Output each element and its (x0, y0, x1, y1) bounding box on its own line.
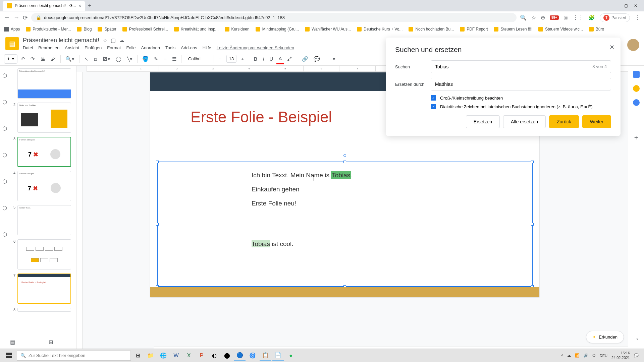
bookmark-item[interactable]: Kursideen (225, 27, 250, 32)
taskbar-search[interactable]: 🔍 Zur Suche Text hier eingeben (17, 351, 131, 361)
bookmark-item[interactable]: PDF Report (460, 27, 488, 32)
extension-badge[interactable]: 99+ (550, 15, 559, 20)
new-tab-button[interactable]: + (88, 2, 92, 9)
slide-thumb-7[interactable]: Erste Folie - Beispiel (17, 274, 71, 304)
grid-view-icon[interactable]: ⊞ (49, 339, 53, 345)
image-icon[interactable]: 🖼▾ (101, 54, 112, 64)
cloud-saved-icon[interactable]: ☁ (119, 37, 124, 44)
slide-thumb-1[interactable]: Präsentieren leicht gemacht! (17, 68, 71, 99)
menu-addons[interactable]: Add-ons (181, 45, 197, 50)
excel-icon[interactable]: X (183, 351, 195, 361)
align-icon[interactable]: ≡▾ (328, 54, 337, 64)
notifications-icon[interactable]: 💬 (634, 353, 639, 358)
font-size-decrease[interactable]: − (217, 54, 224, 64)
text-content[interactable]: Ich bin Texxt. Mein Name is Tobias. Eink… (158, 162, 532, 257)
bookmark-item[interactable]: Büro (589, 27, 604, 32)
ignore-diacritics-checkbox[interactable]: ✓ (431, 104, 436, 109)
cloud-icon[interactable]: ☁ (567, 353, 571, 358)
explore-button[interactable]: ✦ Erkunden (586, 331, 624, 343)
clock[interactable]: 15:16 24.02.2021 (611, 351, 630, 360)
zoom-icon[interactable]: 🔍 (520, 14, 527, 21)
undo-icon[interactable]: ↶ (19, 54, 27, 64)
extension-icon[interactable]: ◉ (564, 14, 568, 21)
text-box-selected[interactable]: Ich bin Texxt. Mein Name is Tobias. Eink… (157, 162, 533, 287)
border-color-icon[interactable]: ✎ (152, 54, 160, 64)
resize-handle[interactable] (156, 161, 159, 163)
slide-thumb-8[interactable] (17, 308, 71, 312)
zoom-dropdown[interactable]: 🔍▾ (63, 54, 76, 64)
italic-icon[interactable]: I (261, 54, 266, 64)
slides-logo-icon[interactable]: ▤ (5, 37, 19, 50)
keep-icon[interactable] (633, 85, 640, 92)
tab-close-icon[interactable]: × (78, 3, 81, 8)
resize-handle[interactable] (531, 223, 534, 226)
menu-help[interactable]: Hilfe (203, 45, 211, 50)
line-icon[interactable]: ╲▾ (125, 54, 135, 64)
link-icon[interactable]: 🔗 (300, 54, 310, 64)
text-color-icon[interactable]: A (276, 54, 284, 64)
bookmark-item[interactable]: Später (98, 27, 116, 32)
slide-thumb-5[interactable]: Ich bin Texxt. (17, 205, 71, 235)
calendar-icon[interactable] (633, 71, 640, 78)
star-icon[interactable]: ☆ (531, 14, 536, 21)
powerpoint-icon[interactable]: P (196, 351, 207, 361)
extension-icon-2[interactable]: ⋮⋮ (573, 14, 584, 21)
profile-paused[interactable]: T Pausiert (600, 13, 630, 22)
star-outline-icon[interactable]: ☆ (103, 37, 107, 44)
animation-icon[interactable]: ⬡ (2, 125, 7, 132)
close-window-icon[interactable]: ✕ (634, 3, 637, 8)
tray-app-icon[interactable]: ⬡ (592, 353, 596, 358)
bookmark-item[interactable]: Apps (4, 27, 20, 32)
slide-thumb-2[interactable]: Bilder und Grafiken (17, 103, 71, 133)
bookmark-item[interactable]: Deutsche Kurs + Vo... (357, 27, 402, 32)
border-weight-icon[interactable]: ≡ (162, 54, 169, 64)
bookmark-item[interactable]: Produktsuche - Mer... (26, 27, 71, 32)
volume-icon[interactable]: 🔊 (584, 353, 588, 358)
bold-icon[interactable]: B (252, 54, 260, 64)
extensions-puzzle-icon[interactable]: 🧩 (588, 14, 595, 21)
tasks-icon[interactable] (633, 99, 640, 106)
bookmark-item[interactable]: Noch hochladen Bu... (409, 27, 454, 32)
font-family-select[interactable]: Calibri (184, 56, 211, 61)
match-case-checkbox[interactable]: ✓ (431, 95, 436, 101)
move-icon[interactable]: ▢ (111, 37, 116, 44)
animation-icon[interactable]: ⬡ (2, 72, 7, 79)
rotation-handle[interactable] (343, 154, 346, 157)
back-button[interactable]: Zurück (549, 115, 579, 128)
start-button[interactable] (2, 350, 15, 361)
replace-all-button[interactable]: Alle ersetzen (503, 115, 546, 128)
add-panel-icon[interactable]: + (634, 134, 638, 142)
document-title[interactable]: Präsentieren leicht gemacht! (23, 37, 99, 44)
notepad-icon[interactable]: 📄 (272, 351, 284, 361)
animation-icon[interactable]: ⬡ (2, 178, 7, 185)
browser-tab[interactable]: Präsentieren leicht gemacht! - G... × (3, 1, 85, 11)
font-size-input[interactable] (226, 55, 236, 63)
border-dash-icon[interactable]: ☰ (170, 54, 178, 64)
menu-edit[interactable]: Bearbeiten (38, 45, 59, 50)
menu-slide[interactable]: Folie (126, 45, 136, 50)
chrome-menu-icon[interactable]: ⋮ (635, 14, 640, 21)
animation-icon[interactable]: ⬡ (2, 205, 7, 211)
slide-thumb-6[interactable] (17, 239, 71, 269)
explorer-icon[interactable]: 📁 (145, 351, 156, 361)
edge-legacy-icon[interactable]: 🌐 (158, 351, 169, 361)
resize-handle[interactable] (156, 223, 159, 226)
app-icon-2[interactable]: 📋 (260, 351, 271, 361)
bookmark-item[interactable]: Kreativität und Insp... (174, 27, 219, 32)
animation-icon[interactable]: ⬡ (2, 231, 7, 238)
translate-icon[interactable]: ⊕ (541, 14, 545, 21)
user-avatar[interactable] (627, 39, 639, 51)
slide-thumb-4[interactable]: Formen einfügen7 ✖ (17, 171, 71, 201)
bookmark-item[interactable]: Steuern Lesen !!!! (494, 27, 532, 32)
underline-icon[interactable]: U (268, 54, 275, 64)
tray-chevron-icon[interactable]: ^ (561, 354, 563, 358)
search-input[interactable]: Tobias 3 von 4 (431, 60, 611, 73)
word-icon[interactable]: W (170, 351, 182, 361)
paint-format-icon[interactable]: 🖌 (49, 54, 58, 64)
font-size-increase[interactable]: + (239, 54, 246, 64)
language-indicator[interactable]: DEU (600, 354, 607, 358)
fill-color-icon[interactable]: 🪣 (140, 54, 151, 64)
bookmark-item[interactable]: Blog (77, 27, 92, 32)
maximize-icon[interactable]: ▢ (624, 3, 628, 8)
reload-icon[interactable]: ⟳ (23, 14, 28, 21)
